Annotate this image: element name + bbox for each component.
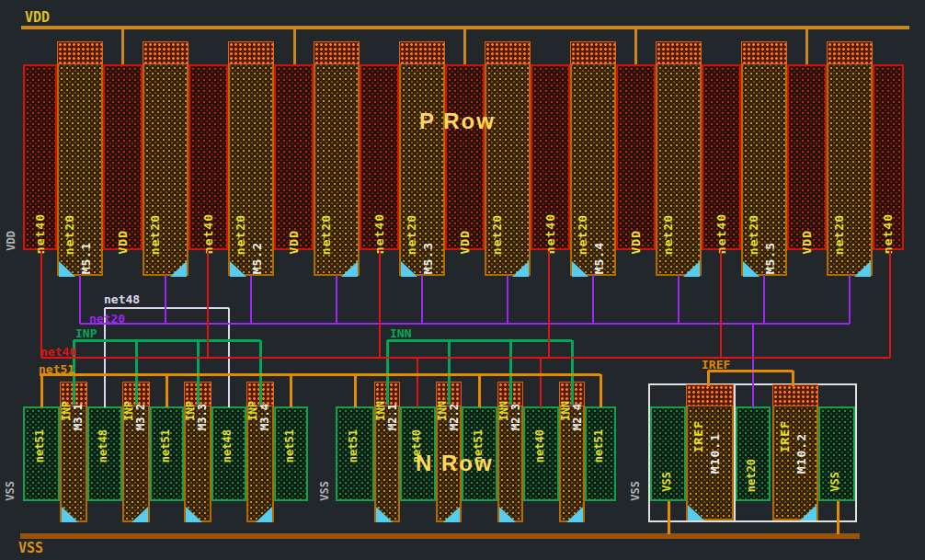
net-wire-INP[interactable] xyxy=(259,340,262,405)
rail-side-label: VSS xyxy=(630,481,642,501)
pmos-diff-column[interactable] xyxy=(103,64,143,250)
net-wire-INP[interactable] xyxy=(197,340,200,405)
mirror-gate-contact[interactable] xyxy=(686,384,734,406)
pmos-diff-column[interactable] xyxy=(445,64,485,250)
net-wire-net51[interactable] xyxy=(166,374,168,407)
net-wire-net20[interactable] xyxy=(592,275,594,324)
nmos-device-name: M3.4 xyxy=(259,404,271,430)
net-wire-net40[interactable] xyxy=(41,357,890,359)
net-wire-INN[interactable] xyxy=(448,340,451,405)
nmos-column-net-label: net40 xyxy=(534,429,546,463)
nmos-column-net-label: net51 xyxy=(160,429,172,463)
pmos-gate-net-label: net20 xyxy=(576,214,590,255)
net-wire-net40[interactable] xyxy=(417,358,418,407)
net-wire-net40[interactable] xyxy=(207,251,209,358)
net-wire-INP[interactable] xyxy=(135,340,138,405)
net-wire-net51[interactable] xyxy=(40,373,600,376)
net-wire-net20[interactable] xyxy=(250,275,252,324)
nmos-device-name: M3.2 xyxy=(135,404,147,430)
vdd-stub[interactable] xyxy=(805,26,808,64)
net-wire-INN[interactable] xyxy=(386,340,389,405)
net-wire-net40[interactable] xyxy=(40,251,42,358)
p-row-title: P Row xyxy=(419,109,496,134)
net-wire-net20[interactable] xyxy=(421,275,423,324)
pmos-column-net-label: VDD xyxy=(629,230,644,254)
vdd-stub[interactable] xyxy=(634,26,637,64)
net-wire-INN[interactable] xyxy=(509,340,512,405)
pmos-column-net-label: net40 xyxy=(201,213,216,254)
pmos-column-net-label: VDD xyxy=(458,230,473,254)
pmos-gate-contact[interactable] xyxy=(314,41,360,64)
mirror-column-net-label: VSS xyxy=(829,472,841,492)
vdd-stub[interactable] xyxy=(121,26,124,64)
net-wire-INP[interactable] xyxy=(74,339,260,342)
net-wire-net20[interactable] xyxy=(507,275,508,324)
pmos-column-net-label: net40 xyxy=(881,213,896,254)
net-wire-VSS-tap[interactable] xyxy=(837,501,839,534)
pmos-gate-contact[interactable] xyxy=(827,41,873,64)
pmos-gate-net-label: net20 xyxy=(319,214,334,255)
rail-side-label: VDD xyxy=(6,231,17,251)
pmos-gate-contact[interactable] xyxy=(741,41,787,64)
pmos-gate-contact[interactable] xyxy=(399,41,445,64)
net-wire-label: net51 xyxy=(39,362,74,376)
net-wire-net20[interactable] xyxy=(79,275,81,324)
pmos-diff-column[interactable] xyxy=(616,64,656,250)
net-wire-net20[interactable] xyxy=(336,275,337,324)
net-wire-net48[interactable] xyxy=(105,307,229,309)
nmos-column-net-label: net51 xyxy=(348,429,360,463)
pmos-gate-contact[interactable] xyxy=(485,41,531,64)
pmos-gate-contact[interactable] xyxy=(57,41,103,64)
net-wire-net51[interactable] xyxy=(40,374,43,407)
nmos-column-net-label: net51 xyxy=(34,429,46,463)
net-wire-IREF[interactable] xyxy=(707,371,710,386)
net-wire-net20[interactable] xyxy=(678,275,679,324)
pmos-diff-column[interactable] xyxy=(787,64,827,250)
net-wire-net20[interactable] xyxy=(80,323,850,325)
mirror-device-name: M10.1 xyxy=(708,433,723,474)
mirror-gate-net-label: IREF xyxy=(691,420,706,452)
net-wire-IREF[interactable] xyxy=(792,371,794,386)
pmos-device-name: M5.5 xyxy=(763,242,778,274)
net-wire-net40[interactable] xyxy=(540,358,542,407)
pmos-gate-contact[interactable] xyxy=(570,41,616,64)
vss-rail[interactable] xyxy=(20,533,860,539)
net-wire-net51[interactable] xyxy=(478,374,481,407)
pmos-column-net-label: net40 xyxy=(714,213,729,254)
pmos-column-net-label: net40 xyxy=(543,213,558,254)
net-wire-net40[interactable] xyxy=(548,251,550,358)
nmos-column-net-label: net51 xyxy=(284,429,296,463)
pmos-gate-contact[interactable] xyxy=(143,41,188,64)
net-wire-label: net40 xyxy=(40,345,76,359)
nmos-device-name: M2.2 xyxy=(449,404,461,430)
net-wire-net20[interactable] xyxy=(165,275,166,324)
net-wire-net20[interactable] xyxy=(849,275,851,324)
vss-rail-label: VSS xyxy=(18,540,43,556)
net-wire-net51[interactable] xyxy=(600,374,602,407)
vdd-stub[interactable] xyxy=(463,26,466,64)
net-wire-INN[interactable] xyxy=(571,340,574,405)
layout-canvas[interactable]: net40VDDnet40VDDnet40VDDnet40VDDnet40VDD… xyxy=(0,0,925,560)
nmos-device-name: M2.1 xyxy=(387,404,399,430)
net-wire-net51[interactable] xyxy=(290,374,292,407)
nmos-column-net-label: net48 xyxy=(222,429,234,463)
net-wire-net20[interactable] xyxy=(752,324,754,407)
net-wire-net40[interactable] xyxy=(720,251,722,358)
net-wire-net20[interactable] xyxy=(763,275,765,324)
net-wire-INN[interactable] xyxy=(387,339,572,342)
mirror-column-net-label: net20 xyxy=(746,459,758,492)
pmos-column-net-label: net40 xyxy=(33,213,48,254)
net-wire-VSS-tap[interactable] xyxy=(668,501,670,534)
mirror-gate-contact[interactable] xyxy=(772,384,818,406)
pmos-gate-contact[interactable] xyxy=(228,41,274,64)
nmos-device-name: M2.3 xyxy=(510,404,522,430)
pmos-gate-net-label: net20 xyxy=(63,214,77,255)
pmos-column-net-label: VDD xyxy=(116,230,131,254)
pmos-column-net-label: net40 xyxy=(372,213,387,254)
pmos-gate-contact[interactable] xyxy=(656,41,702,64)
net-wire-net40[interactable] xyxy=(379,251,381,358)
vdd-stub[interactable] xyxy=(293,26,296,64)
pmos-diff-column[interactable] xyxy=(274,64,314,250)
net-wire-net51[interactable] xyxy=(354,374,357,407)
net-wire-net40[interactable] xyxy=(889,251,891,358)
